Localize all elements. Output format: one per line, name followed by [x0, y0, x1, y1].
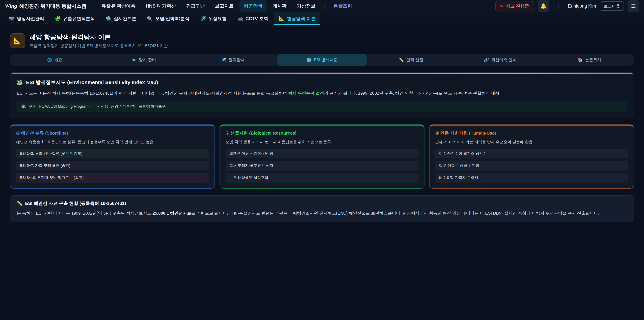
- esi-section-title: ESI 방제정보지도 (Environmental Sensitivity In…: [26, 79, 158, 86]
- page-title-block: 해양 항공탐색·원격탐사 이론 유출유 원격탐지·항공감시 기법·ESI 방제정…: [30, 33, 168, 49]
- tab-overview[interactable]: 🌐 개요: [10, 54, 99, 66]
- note-title: ESI 해안선 자료 구축 현황 (등록특허 10-1567431): [25, 200, 126, 206]
- shoreline-card-title: ① 해안선 분류 (Shoreline): [16, 130, 209, 136]
- tab-label: 논문특허: [585, 57, 601, 63]
- app-window: Wing 해양환경 위기대응 통합시스템 유출유 확산예측 HNS·대기확산 긴…: [0, 0, 644, 320]
- app-title: 해양환경 위기대응 통합시스템: [19, 3, 86, 10]
- nav-item-emergency-rescue[interactable]: 긴급구난: [182, 1, 209, 12]
- nav-item-reports[interactable]: 보고자료: [211, 1, 238, 12]
- tab-label: 원격탐사: [228, 57, 245, 63]
- nav-item-hns-atmospheric[interactable]: HNS·대기확산: [142, 1, 180, 12]
- biological-card-items: 해조류·어류 산란장·양식장 철새 도래지·해조류 번식지 보호 해양생물 서식…: [226, 149, 418, 183]
- link-icon: 🔗: [484, 58, 489, 62]
- tab-remote-sensing[interactable]: ✈️ 원격탐사: [188, 54, 278, 66]
- note-body: 본 특허의 ESI 기반 데이터는 1999~2002년(약 3년) 구축된 방…: [17, 210, 627, 216]
- biological-card-title: ② 생물자원 (Biological Resources): [226, 130, 418, 136]
- drone-icon: 🛸: [106, 16, 111, 22]
- human-use-card-items: 취수원·정수장·발전소 냉각수 항구·어항·수산물 위판장 해수욕장·관광지·문…: [435, 149, 628, 183]
- list-item: 해조류·어류 산란장·양식장: [226, 149, 418, 158]
- note-body-post: 를 기반으로 합니다. 매립·준설공사로 변형된 부분은 국립해양조사원 전자해…: [191, 211, 599, 215]
- subnav-tab-oil-area-analysis[interactable]: 🧩 유출유면적분석: [50, 13, 100, 25]
- esi-accent-gradient-strip: [10, 73, 634, 74]
- list-item: 보호 해양생물 서식구역: [226, 173, 418, 183]
- main-nav: 유출유 확산예측 HNS·대기확산 긴급구난 보고자료 항공탐색 게시판 기상정…: [98, 1, 356, 12]
- page-subtitle: 유출유 원격탐지·항공감시 기법·ESI 방제정보지도·등록특허 10-1567…: [30, 43, 168, 49]
- list-item: 해수욕장·관광지·문화재: [435, 173, 628, 183]
- top-nav-bar: Wing 해양환경 위기대응 통합시스템 유출유 확산예측 HNS·대기확산 긴…: [0, 0, 644, 13]
- esi-data-construction-note: ✏️ ESI 해안선 자료 구축 현황 (등록특허 10-1567431) 본 …: [10, 195, 634, 222]
- subnav-tab-label: 실시간드론: [114, 16, 136, 22]
- subnav-tab-cctv-view[interactable]: 📹 CCTV 조회: [232, 13, 273, 25]
- list-item: ESI 1~2: 노출 암반·절벽 (낮은 민감도): [16, 149, 209, 158]
- triangle-ruler-icon: 📐: [279, 16, 285, 22]
- page-triangle-ruler-icon: 📐: [10, 33, 25, 48]
- tab-esi-response-map[interactable]: 🗺️ ESI 방제지도: [278, 54, 366, 66]
- topbar-right: 사고 진행중 🔔 Eunjeong Kim 로그아웃 ☰: [495, 0, 639, 12]
- nav-item-weather-info[interactable]: 기상정보: [293, 1, 320, 12]
- tab-diffusion-prediction-link[interactable]: 🔗 확산예측 연계: [456, 54, 545, 66]
- hamburger-icon: ☰: [631, 3, 636, 9]
- subnav-tab-label: 영상사진관리: [17, 16, 44, 22]
- airplane-icon: ✈️: [221, 58, 226, 62]
- nav-item-oil-spill-prediction[interactable]: 유출유 확산예측: [98, 1, 140, 12]
- aerial-search-subnav: 📷 영상사진관리 🧩 유출유면적분석 🛸 실시간드론 🔍 오염/선박3D분석 ✈…: [0, 13, 644, 25]
- bell-icon: 🔔: [540, 3, 547, 9]
- user-name: Eunjeong Kim: [568, 4, 596, 9]
- incident-status-badge: 사고 진행중: [495, 1, 534, 12]
- tab-area-calculation[interactable]: ✏️ 면적 산정: [366, 54, 456, 66]
- esi-source-text: 원전: NOAA ESI Mapping Program · 국내 적용: 해양…: [29, 104, 166, 109]
- nav-item-integrated-search[interactable]: 통합조회: [329, 1, 356, 12]
- shoreline-card-items: ESI 1~2: 노출 암반·절벽 (낮은 민감도) ESI 5~7: 자갈·모…: [16, 149, 209, 183]
- esi-desc-highlight: 방제 우선순위 결정: [288, 91, 324, 96]
- note-title-row: ✏️ ESI 해안선 자료 구축 현황 (등록특허 10-1567431): [17, 200, 627, 206]
- subnav-tab-realtime-drone[interactable]: 🛸 실시간드론: [101, 13, 141, 25]
- logo-wing-mark: Wing: [5, 3, 17, 9]
- nav-item-board[interactable]: 게시판: [268, 1, 291, 12]
- pencil-icon: ✏️: [399, 58, 404, 62]
- esi-section-body: 🗺️ ESI 방제정보지도 (Environmental Sensitivity…: [10, 74, 634, 118]
- airplane-icon: ✈️: [200, 16, 206, 22]
- list-item: 철새 도래지·해조류 번식지: [226, 161, 418, 170]
- notifications-button[interactable]: 🔔: [538, 0, 550, 12]
- puzzle-icon: 🧩: [55, 16, 61, 22]
- tab-label: 확산예측 연계: [491, 57, 516, 63]
- esi-desc-pre: ESI 지도는 이문진 박사 특허(등록특허 10-1567431)의 핵심 기…: [17, 91, 288, 96]
- page-title: 해양 항공탐색·원격탐사 이론: [30, 33, 168, 42]
- tab-label: 개요: [54, 57, 62, 63]
- tab-label: ESI 방제지도: [314, 57, 338, 63]
- books-icon: 📚: [21, 104, 26, 109]
- page-header: 📐 해양 항공탐색·원격탐사 이론 유출유 원격탐지·항공감시 기법·ESI 방…: [10, 33, 634, 49]
- logo-divider: [92, 3, 92, 10]
- tab-label: 면적 산정: [406, 57, 424, 63]
- theory-section-tabs: 🌐 개요 🛰️ 탐지 장비 ✈️ 원격탐사 🗺️ ESI 방제지도 ✏️ 면적 …: [10, 54, 634, 66]
- esi-source-note: 📚 원전: NOAA ESI Mapping Program · 국내 적용: …: [17, 101, 627, 112]
- list-item: 취수원·정수장·발전소 냉각수: [435, 149, 628, 158]
- menu-button[interactable]: ☰: [628, 0, 639, 12]
- status-dot-icon: [500, 5, 503, 8]
- tab-detection-equipment[interactable]: 🛰️ 탐지 장비: [99, 54, 188, 66]
- shoreline-card-description: 해안선 유형을 1~10 등급으로 분류. 등급이 높을수록 오염 취약·방제 …: [16, 139, 209, 145]
- biological-resources-card: ② 생물자원 (Biological Resources) 오염 취약 생물 서…: [220, 125, 424, 189]
- subnav-tab-label: 유출유면적분석: [63, 16, 95, 22]
- subnav-tab-label: CCTV 조회: [246, 16, 268, 22]
- esi-section-header: 🗺️ ESI 방제정보지도 (Environmental Sensitivity…: [17, 79, 627, 86]
- subnav-tab-pollution-ship-3d[interactable]: 🔍 오염/선박3D분석: [142, 13, 194, 25]
- esi-section-description: ESI 지도는 이문진 박사 특허(등록특허 10-1567431)의 핵심 기…: [17, 90, 627, 97]
- nav-divider: [324, 3, 324, 10]
- satellite-icon: 🛰️: [132, 58, 136, 62]
- list-item: ESI 5~7: 자갈·모래 해변 (중간): [16, 161, 209, 170]
- note-body-pre: 본 특허의 ESI 기반 데이터는 1999~2002년(약 3년) 구축된 방…: [17, 211, 152, 215]
- subnav-tab-aerial-search-theory[interactable]: 📐 항공탐색 이론: [274, 13, 320, 25]
- pencil-icon: ✏️: [17, 201, 22, 206]
- app-logo: Wing 해양환경 위기대응 통합시스템: [5, 3, 86, 10]
- subnav-tab-image-photo-management[interactable]: 📷 영상사진관리: [4, 13, 49, 25]
- nav-item-aerial-search[interactable]: 항공탐색: [240, 1, 266, 12]
- note-body-bold: 25,000:1 해안선자료: [152, 211, 191, 215]
- human-use-card-title: ③ 인문·사회자원 (Human-Use): [435, 130, 628, 136]
- tab-papers-patents[interactable]: 📚 논문특허: [545, 54, 634, 66]
- subnav-tab-satellite-request[interactable]: ✈️ 위성요청: [196, 13, 231, 25]
- logout-button[interactable]: 로그아웃: [600, 1, 624, 11]
- subnav-tab-label: 위성요청: [208, 16, 226, 22]
- human-use-card: ③ 인문·사회자원 (Human-Use) 경제·사회적 피해 가능 지역을 방…: [429, 125, 634, 189]
- list-item: ESI 8~10: 조간대·갯벌·맹그로브 (최고): [16, 173, 209, 183]
